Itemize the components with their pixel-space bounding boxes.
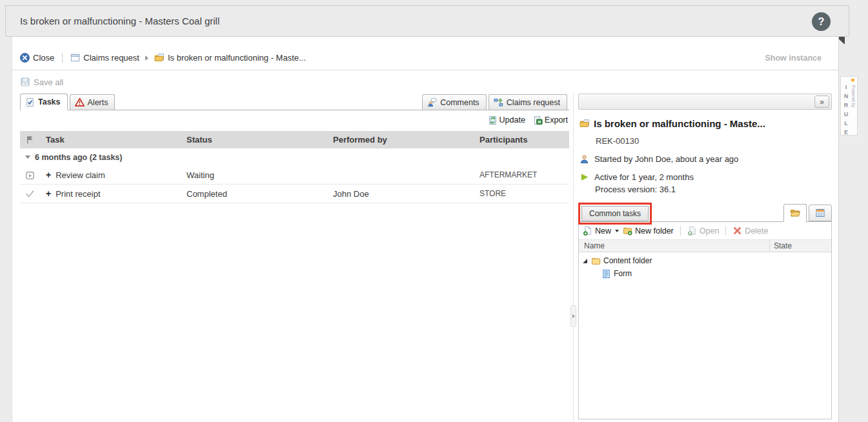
sparkle-icon: ✱ xyxy=(851,77,855,83)
case-folder-icon xyxy=(154,53,165,63)
tab-folder-view[interactable] xyxy=(783,204,807,222)
tree-item-label: Content folder xyxy=(603,256,652,265)
splitter-arrow-icon xyxy=(572,314,575,318)
tasks-region: Tasks Alerts Comments Claims request xyxy=(20,94,569,422)
powered-by-tab[interactable]: ✱ INRULE Powered by xyxy=(840,76,858,136)
task-status: Completed xyxy=(187,189,333,199)
delete-button[interactable]: Delete xyxy=(732,226,768,236)
workflow-icon xyxy=(494,97,503,107)
tab-strip: Tasks Alerts Comments Claims request xyxy=(20,94,569,110)
open-label: Open xyxy=(700,226,720,236)
tasks-icon xyxy=(25,97,35,107)
collapse-panel-button[interactable]: » xyxy=(814,95,829,108)
column-header-task[interactable]: Task xyxy=(42,135,187,145)
close-button[interactable]: Close xyxy=(20,53,54,63)
task-row-print-receipt[interactable]: + Print receipt Completed John Doe STORE xyxy=(20,185,569,203)
new-folder-icon xyxy=(623,226,632,236)
page-title: Is broken or malfunctioning - Masters Co… xyxy=(20,15,219,26)
breadcrumb-separator xyxy=(62,53,63,63)
case-panel-toolbar: » xyxy=(578,94,832,110)
save-icon xyxy=(20,77,30,87)
tab-grid-view[interactable] xyxy=(809,205,832,221)
alert-triangle-icon xyxy=(75,97,85,107)
new-folder-button[interactable]: New folder xyxy=(623,226,674,236)
column-header-name[interactable]: Name xyxy=(579,241,769,250)
expand-task-icon[interactable]: + xyxy=(46,188,51,199)
new-button[interactable]: New xyxy=(583,226,619,236)
chevron-double-right-icon: » xyxy=(820,97,824,106)
folder-icon xyxy=(591,256,601,266)
delete-label: Delete xyxy=(745,226,768,236)
save-all-row: Save all xyxy=(12,70,838,94)
task-participants: STORE xyxy=(479,189,569,198)
tab-comments[interactable]: Comments xyxy=(422,94,486,110)
question-mark-icon: ? xyxy=(818,16,825,28)
open-button[interactable]: Open xyxy=(687,226,720,236)
show-instance-button[interactable]: Show instance xyxy=(765,54,822,63)
started-by-text: Started by John Doe, about a year ago xyxy=(594,154,738,164)
breadcrumb: Close Claims request Is broken or malfun… xyxy=(12,37,838,70)
active-play-icon xyxy=(580,172,589,182)
process-version-text: Process version: 36.1 xyxy=(595,185,831,194)
open-document-icon xyxy=(687,226,697,236)
case-details-panel: » Is broken or malfunctioning - Maste...… xyxy=(578,94,832,422)
tab-comments-label: Comments xyxy=(440,98,479,107)
state-column-header xyxy=(20,135,42,145)
flag-icon xyxy=(25,135,35,145)
breadcrumb-app-label: Claims request xyxy=(83,53,139,63)
close-label: Close xyxy=(33,53,54,63)
highlight-annotation-box: Common tasks xyxy=(578,203,652,225)
tab-alerts[interactable]: Alerts xyxy=(70,94,116,110)
toolbar-separator xyxy=(725,226,726,236)
task-group-row[interactable]: 6 months ago (2 tasks) xyxy=(20,148,569,166)
completed-check-icon xyxy=(25,189,35,199)
column-header-state[interactable]: State xyxy=(769,240,831,252)
tab-tasks[interactable]: Tasks xyxy=(20,94,68,110)
task-table-header: Task Status Performed by Participants xyxy=(20,131,569,148)
splitter-handle[interactable] xyxy=(570,305,576,327)
column-header-status[interactable]: Status xyxy=(187,135,333,145)
tree-item-label: Form xyxy=(614,269,632,278)
panel-splitter[interactable] xyxy=(569,94,578,422)
powered-by-label: Powered by xyxy=(851,85,856,107)
new-document-icon xyxy=(583,226,592,236)
tree-item-content-folder[interactable]: Content folder xyxy=(579,254,831,267)
save-all-button[interactable]: Save all xyxy=(34,77,63,87)
case-content-tabs: Common tasks xyxy=(578,201,832,222)
delete-x-icon xyxy=(732,226,742,236)
tab-tasks-label: Tasks xyxy=(38,97,61,106)
content-toolbar: New New folder Open Dele xyxy=(579,222,831,240)
breadcrumb-app[interactable]: Claims request xyxy=(70,53,139,63)
task-name: Review claim xyxy=(56,170,105,180)
window-icon xyxy=(70,53,80,63)
column-header-performed-by[interactable]: Performed by xyxy=(333,135,479,145)
common-tasks-content: New New folder Open Dele xyxy=(578,222,832,419)
expand-task-icon[interactable]: + xyxy=(46,170,51,180)
tab-claims-request-label: Claims request xyxy=(507,98,560,107)
calendar-grid-icon xyxy=(815,208,825,218)
window-titlebar: Is broken or malfunctioning - Masters Co… xyxy=(5,5,849,37)
update-button[interactable]: Update xyxy=(488,116,525,125)
tree-item-form[interactable]: Form xyxy=(579,267,831,280)
export-button[interactable]: Export xyxy=(533,116,568,125)
content-list-header: Name State xyxy=(579,240,831,252)
export-excel-icon xyxy=(533,116,543,125)
content-area: Tasks Alerts Comments Claims request xyxy=(20,94,832,422)
tree-expand-icon[interactable] xyxy=(583,259,587,263)
task-name: Print receipt xyxy=(56,189,100,199)
new-folder-label: New folder xyxy=(635,226,674,236)
task-row-review-claim[interactable]: + Review claim Waiting AFTERMARKET xyxy=(20,166,569,185)
export-label: Export xyxy=(545,116,568,125)
tab-claims-request[interactable]: Claims request xyxy=(489,94,567,110)
breadcrumb-case[interactable]: Is broken or malfunctioning - Maste... xyxy=(154,53,306,63)
case-title: Is broken or malfunctioning - Maste... xyxy=(594,118,765,129)
grid-toolbar: Update Export xyxy=(20,110,569,130)
column-header-participants[interactable]: Participants xyxy=(479,135,569,145)
open-folder-icon xyxy=(790,208,800,218)
inrule-brand: INRULE xyxy=(843,84,849,138)
new-label: New xyxy=(595,226,611,236)
tab-alerts-label: Alerts xyxy=(88,98,108,107)
comments-icon xyxy=(427,97,437,107)
help-button[interactable]: ? xyxy=(812,12,831,31)
tab-common-tasks[interactable]: Common tasks xyxy=(581,206,649,221)
